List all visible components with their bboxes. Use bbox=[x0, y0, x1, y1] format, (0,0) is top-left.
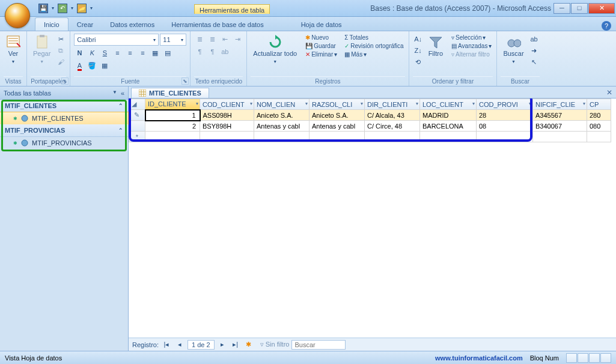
highlight-button[interactable]: ab bbox=[219, 46, 230, 57]
row-selector[interactable]: ✎ bbox=[129, 110, 145, 121]
font-name-combo[interactable]: Calibri▾ bbox=[74, 34, 159, 46]
align-center-button[interactable]: ≡ bbox=[124, 47, 135, 58]
cell[interactable] bbox=[533, 132, 587, 142]
cell[interactable] bbox=[420, 132, 477, 142]
col-nif[interactable]: NIFCIF_CLIE▾ bbox=[533, 99, 587, 110]
clear-sort-button[interactable]: ⟲ bbox=[413, 56, 424, 67]
col-prov[interactable]: COD_PROVI▾ bbox=[477, 99, 533, 110]
col-nom[interactable]: NOM_CLIEN▾ bbox=[254, 99, 310, 110]
first-record-button[interactable]: |◂ bbox=[161, 340, 172, 350]
row-selector[interactable] bbox=[129, 121, 145, 132]
record-search-input[interactable] bbox=[291, 340, 346, 350]
cell[interactable]: ASS098H bbox=[200, 110, 254, 121]
cell[interactable]: 28 bbox=[477, 110, 533, 121]
open-folder-icon[interactable]: 📂 bbox=[77, 4, 87, 13]
tab-inicio[interactable]: Inicio bbox=[35, 17, 69, 31]
cell[interactable]: C/ Circe, 48 bbox=[365, 121, 420, 132]
cell[interactable]: B340067 bbox=[533, 121, 587, 132]
help-icon[interactable]: ? bbox=[602, 21, 611, 31]
col-dir[interactable]: DIR_CLIENTI▾ bbox=[365, 99, 420, 110]
underline-button[interactable]: S bbox=[99, 47, 110, 58]
format-painter-icon[interactable]: 🖌 bbox=[55, 56, 66, 67]
sort-asc-button[interactable]: A↓ bbox=[413, 34, 424, 44]
tab-datos-externos[interactable]: Datos externos bbox=[102, 18, 163, 31]
cell-id[interactable]: 1 bbox=[145, 110, 200, 121]
ortografia-button[interactable]: ✓Revisión ortográfica bbox=[343, 42, 404, 50]
col-cod[interactable]: COD_CLIENT▾ bbox=[200, 99, 254, 110]
tab-herramientas-bd[interactable]: Herramientas de base de datos bbox=[163, 18, 272, 31]
undo-dd[interactable]: ▾ bbox=[70, 5, 75, 11]
undo-icon[interactable]: ↶ bbox=[58, 4, 67, 13]
filtro-button[interactable]: Filtro bbox=[426, 34, 445, 58]
gridlines-button[interactable]: ▦ bbox=[150, 47, 160, 58]
new-record-button[interactable]: ✱ bbox=[243, 340, 254, 350]
nuevo-button[interactable]: ✱Nuevo bbox=[304, 34, 338, 41]
chart-view-button[interactable] bbox=[589, 353, 600, 363]
save-icon[interactable]: 💾 bbox=[38, 4, 48, 13]
office-button[interactable] bbox=[5, 3, 30, 28]
indent-inc-button[interactable]: ⇥ bbox=[232, 34, 243, 44]
select-all-corner[interactable]: ◢ bbox=[129, 99, 145, 110]
mas-button[interactable]: ▦Más ▾ bbox=[343, 50, 404, 58]
col-loc[interactable]: LOC_CLIENT▾ bbox=[420, 99, 477, 110]
pivot-view-button[interactable] bbox=[578, 353, 588, 363]
datasheet-view-button[interactable] bbox=[566, 353, 577, 363]
grid-color-button[interactable]: ▦ bbox=[99, 60, 110, 71]
cell-id[interactable]: 2 bbox=[145, 121, 200, 132]
close-button[interactable]: ✕ bbox=[588, 3, 615, 14]
select-button[interactable]: ↖ bbox=[529, 56, 540, 67]
cell[interactable]: MADRID bbox=[420, 110, 477, 121]
fuente-launcher[interactable]: ⬊ bbox=[181, 77, 189, 85]
doc-tab-clientes[interactable]: MTIE_CLIENTES bbox=[131, 88, 209, 98]
nav-item-provincias[interactable]: ✱ MTIF_PROVINCIAS bbox=[0, 137, 128, 149]
numbering-button[interactable]: ≣ bbox=[207, 34, 218, 44]
pegar-button[interactable]: Pegar ▼ bbox=[31, 34, 53, 66]
cell[interactable] bbox=[365, 132, 420, 142]
prev-record-button[interactable]: ◂ bbox=[174, 340, 185, 350]
ver-button[interactable]: Ver ▼ bbox=[4, 34, 23, 66]
sort-desc-button[interactable]: Z↓ bbox=[413, 45, 424, 56]
bold-button[interactable]: N bbox=[74, 47, 85, 58]
cut-icon[interactable]: ✂ bbox=[55, 34, 66, 44]
cell[interactable]: 280 bbox=[587, 110, 611, 121]
altrow-button[interactable]: ▤ bbox=[162, 47, 173, 58]
actualizar-button[interactable]: Actualizar todo ▼ bbox=[251, 34, 299, 66]
col-cp[interactable]: CP bbox=[587, 99, 611, 110]
cell[interactable]: Antenas y cabl bbox=[254, 121, 310, 132]
eliminar-button[interactable]: ✕Eliminar ▾ bbox=[304, 50, 338, 58]
align-left-button[interactable]: ≡ bbox=[112, 47, 123, 58]
cell[interactable]: 08 bbox=[477, 121, 533, 132]
ltr-button[interactable]: ¶ bbox=[194, 46, 205, 57]
copy-icon[interactable]: ⧉ bbox=[55, 45, 66, 56]
tab-hoja-datos[interactable]: Hoja de datos bbox=[293, 18, 350, 31]
cell[interactable]: A345567 bbox=[533, 110, 587, 121]
alternar-button[interactable]: ▿Alternar filtro bbox=[450, 50, 493, 58]
nav-collapse-icon[interactable]: « bbox=[121, 89, 124, 97]
buscar-button[interactable]: Buscar ▼ bbox=[501, 34, 526, 66]
cell[interactable] bbox=[200, 132, 254, 142]
qat-customize[interactable]: ▾ bbox=[89, 5, 94, 11]
guardar-button[interactable]: 💾Guardar bbox=[304, 42, 338, 50]
nav-item-clientes[interactable]: ✱ MTIF_CLIENTES bbox=[0, 112, 129, 125]
last-record-button[interactable]: ▸| bbox=[230, 340, 241, 350]
cell[interactable] bbox=[310, 132, 365, 142]
table-row[interactable]: ✎ 1 ASS098H Aniceto S.A. Aniceto S.A. C/… bbox=[129, 110, 611, 121]
doc-close-button[interactable]: ✕ bbox=[606, 88, 612, 97]
cell[interactable]: C/ Alcala, 43 bbox=[365, 110, 420, 121]
cell[interactable] bbox=[477, 132, 533, 142]
avanzadas-button[interactable]: ▤Avanzadas ▾ bbox=[450, 42, 493, 50]
nav-group-clientes[interactable]: MTIF_CLIENTES ⌃ bbox=[0, 100, 128, 112]
minimize-button[interactable]: ─ bbox=[553, 3, 570, 14]
totales-button[interactable]: ΣTotales bbox=[343, 34, 404, 41]
table-row[interactable]: 2 BSY898H Antenas y cabl Antenas y cabl … bbox=[129, 121, 611, 132]
font-color-button[interactable]: A bbox=[74, 60, 85, 71]
nav-group-provincias[interactable]: MTIF_PROVINCIAS ⌃ bbox=[0, 124, 128, 137]
indent-dec-button[interactable]: ⇤ bbox=[219, 34, 230, 44]
next-record-button[interactable]: ▸ bbox=[217, 340, 228, 350]
maximize-button[interactable]: □ bbox=[571, 3, 588, 14]
replace-button[interactable]: ab bbox=[529, 34, 540, 44]
font-size-combo[interactable]: 11▾ bbox=[160, 34, 186, 46]
cell[interactable]: Aniceto S.A. bbox=[254, 110, 310, 121]
cell[interactable]: 080 bbox=[587, 121, 611, 132]
cell[interactable] bbox=[145, 132, 200, 142]
